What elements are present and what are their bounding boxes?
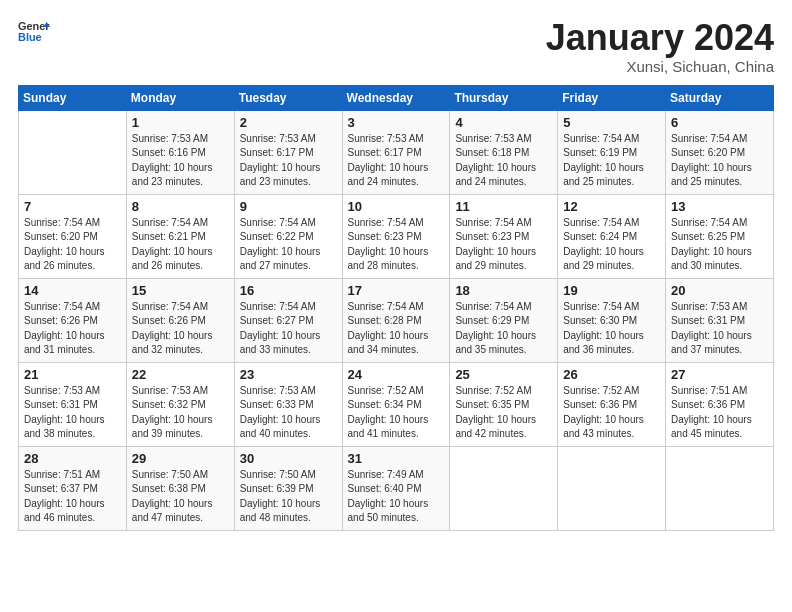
day-number: 5 xyxy=(563,115,660,130)
week-row-4: 21Sunrise: 7:53 AM Sunset: 6:31 PM Dayli… xyxy=(19,362,774,446)
calendar-page: General Blue January 2024 Xunsi, Sichuan… xyxy=(0,0,792,612)
col-tuesday: Tuesday xyxy=(234,85,342,110)
day-info: Sunrise: 7:52 AM Sunset: 6:35 PM Dayligh… xyxy=(455,384,552,442)
day-info: Sunrise: 7:53 AM Sunset: 6:31 PM Dayligh… xyxy=(24,384,121,442)
day-info: Sunrise: 7:53 AM Sunset: 6:33 PM Dayligh… xyxy=(240,384,337,442)
day-number: 9 xyxy=(240,199,337,214)
cell-w5-d2: 30Sunrise: 7:50 AM Sunset: 6:39 PM Dayli… xyxy=(234,446,342,530)
day-info: Sunrise: 7:53 AM Sunset: 6:16 PM Dayligh… xyxy=(132,132,229,190)
day-number: 13 xyxy=(671,199,768,214)
day-number: 4 xyxy=(455,115,552,130)
cell-w3-d5: 19Sunrise: 7:54 AM Sunset: 6:30 PM Dayli… xyxy=(558,278,666,362)
cell-w2-d1: 8Sunrise: 7:54 AM Sunset: 6:21 PM Daylig… xyxy=(126,194,234,278)
day-info: Sunrise: 7:50 AM Sunset: 6:39 PM Dayligh… xyxy=(240,468,337,526)
day-info: Sunrise: 7:53 AM Sunset: 6:17 PM Dayligh… xyxy=(348,132,445,190)
day-number: 10 xyxy=(348,199,445,214)
cell-w3-d1: 15Sunrise: 7:54 AM Sunset: 6:26 PM Dayli… xyxy=(126,278,234,362)
day-info: Sunrise: 7:54 AM Sunset: 6:26 PM Dayligh… xyxy=(24,300,121,358)
title-block: January 2024 Xunsi, Sichuan, China xyxy=(546,18,774,75)
cell-w3-d6: 20Sunrise: 7:53 AM Sunset: 6:31 PM Dayli… xyxy=(666,278,774,362)
day-number: 28 xyxy=(24,451,121,466)
day-number: 7 xyxy=(24,199,121,214)
logo-icon: General Blue xyxy=(18,18,50,46)
day-info: Sunrise: 7:51 AM Sunset: 6:37 PM Dayligh… xyxy=(24,468,121,526)
day-number: 21 xyxy=(24,367,121,382)
cell-w4-d1: 22Sunrise: 7:53 AM Sunset: 6:32 PM Dayli… xyxy=(126,362,234,446)
svg-text:Blue: Blue xyxy=(18,31,42,43)
day-info: Sunrise: 7:52 AM Sunset: 6:34 PM Dayligh… xyxy=(348,384,445,442)
cell-w5-d5 xyxy=(558,446,666,530)
day-info: Sunrise: 7:54 AM Sunset: 6:28 PM Dayligh… xyxy=(348,300,445,358)
day-number: 16 xyxy=(240,283,337,298)
day-number: 14 xyxy=(24,283,121,298)
col-monday: Monday xyxy=(126,85,234,110)
day-info: Sunrise: 7:53 AM Sunset: 6:18 PM Dayligh… xyxy=(455,132,552,190)
cell-w4-d6: 27Sunrise: 7:51 AM Sunset: 6:36 PM Dayli… xyxy=(666,362,774,446)
cell-w1-d4: 4Sunrise: 7:53 AM Sunset: 6:18 PM Daylig… xyxy=(450,110,558,194)
day-info: Sunrise: 7:54 AM Sunset: 6:27 PM Dayligh… xyxy=(240,300,337,358)
cell-w5-d6 xyxy=(666,446,774,530)
day-info: Sunrise: 7:54 AM Sunset: 6:22 PM Dayligh… xyxy=(240,216,337,274)
day-info: Sunrise: 7:53 AM Sunset: 6:17 PM Dayligh… xyxy=(240,132,337,190)
day-info: Sunrise: 7:54 AM Sunset: 6:26 PM Dayligh… xyxy=(132,300,229,358)
day-number: 23 xyxy=(240,367,337,382)
day-info: Sunrise: 7:54 AM Sunset: 6:23 PM Dayligh… xyxy=(455,216,552,274)
col-thursday: Thursday xyxy=(450,85,558,110)
cell-w5-d4 xyxy=(450,446,558,530)
location-subtitle: Xunsi, Sichuan, China xyxy=(546,58,774,75)
day-number: 18 xyxy=(455,283,552,298)
cell-w4-d5: 26Sunrise: 7:52 AM Sunset: 6:36 PM Dayli… xyxy=(558,362,666,446)
day-info: Sunrise: 7:54 AM Sunset: 6:23 PM Dayligh… xyxy=(348,216,445,274)
day-info: Sunrise: 7:54 AM Sunset: 6:30 PM Dayligh… xyxy=(563,300,660,358)
header: General Blue January 2024 Xunsi, Sichuan… xyxy=(18,18,774,75)
day-info: Sunrise: 7:54 AM Sunset: 6:20 PM Dayligh… xyxy=(24,216,121,274)
week-row-1: 1Sunrise: 7:53 AM Sunset: 6:16 PM Daylig… xyxy=(19,110,774,194)
cell-w1-d2: 2Sunrise: 7:53 AM Sunset: 6:17 PM Daylig… xyxy=(234,110,342,194)
day-number: 12 xyxy=(563,199,660,214)
day-number: 22 xyxy=(132,367,229,382)
cell-w2-d4: 11Sunrise: 7:54 AM Sunset: 6:23 PM Dayli… xyxy=(450,194,558,278)
day-info: Sunrise: 7:53 AM Sunset: 6:31 PM Dayligh… xyxy=(671,300,768,358)
cell-w3-d0: 14Sunrise: 7:54 AM Sunset: 6:26 PM Dayli… xyxy=(19,278,127,362)
day-number: 1 xyxy=(132,115,229,130)
day-info: Sunrise: 7:54 AM Sunset: 6:29 PM Dayligh… xyxy=(455,300,552,358)
cell-w4-d4: 25Sunrise: 7:52 AM Sunset: 6:35 PM Dayli… xyxy=(450,362,558,446)
day-number: 20 xyxy=(671,283,768,298)
day-number: 2 xyxy=(240,115,337,130)
day-number: 17 xyxy=(348,283,445,298)
cell-w1-d1: 1Sunrise: 7:53 AM Sunset: 6:16 PM Daylig… xyxy=(126,110,234,194)
col-wednesday: Wednesday xyxy=(342,85,450,110)
cell-w1-d0 xyxy=(19,110,127,194)
cell-w5-d1: 29Sunrise: 7:50 AM Sunset: 6:38 PM Dayli… xyxy=(126,446,234,530)
cell-w2-d6: 13Sunrise: 7:54 AM Sunset: 6:25 PM Dayli… xyxy=(666,194,774,278)
day-info: Sunrise: 7:54 AM Sunset: 6:25 PM Dayligh… xyxy=(671,216,768,274)
cell-w3-d2: 16Sunrise: 7:54 AM Sunset: 6:27 PM Dayli… xyxy=(234,278,342,362)
cell-w4-d2: 23Sunrise: 7:53 AM Sunset: 6:33 PM Dayli… xyxy=(234,362,342,446)
day-info: Sunrise: 7:52 AM Sunset: 6:36 PM Dayligh… xyxy=(563,384,660,442)
cell-w2-d0: 7Sunrise: 7:54 AM Sunset: 6:20 PM Daylig… xyxy=(19,194,127,278)
day-number: 26 xyxy=(563,367,660,382)
day-info: Sunrise: 7:53 AM Sunset: 6:32 PM Dayligh… xyxy=(132,384,229,442)
day-number: 30 xyxy=(240,451,337,466)
day-number: 27 xyxy=(671,367,768,382)
cell-w1-d6: 6Sunrise: 7:54 AM Sunset: 6:20 PM Daylig… xyxy=(666,110,774,194)
cell-w2-d3: 10Sunrise: 7:54 AM Sunset: 6:23 PM Dayli… xyxy=(342,194,450,278)
day-info: Sunrise: 7:54 AM Sunset: 6:19 PM Dayligh… xyxy=(563,132,660,190)
day-info: Sunrise: 7:49 AM Sunset: 6:40 PM Dayligh… xyxy=(348,468,445,526)
logo: General Blue xyxy=(18,18,50,46)
col-saturday: Saturday xyxy=(666,85,774,110)
day-number: 11 xyxy=(455,199,552,214)
week-row-2: 7Sunrise: 7:54 AM Sunset: 6:20 PM Daylig… xyxy=(19,194,774,278)
col-sunday: Sunday xyxy=(19,85,127,110)
cell-w5-d3: 31Sunrise: 7:49 AM Sunset: 6:40 PM Dayli… xyxy=(342,446,450,530)
cell-w1-d5: 5Sunrise: 7:54 AM Sunset: 6:19 PM Daylig… xyxy=(558,110,666,194)
day-number: 29 xyxy=(132,451,229,466)
cell-w1-d3: 3Sunrise: 7:53 AM Sunset: 6:17 PM Daylig… xyxy=(342,110,450,194)
day-number: 15 xyxy=(132,283,229,298)
day-number: 31 xyxy=(348,451,445,466)
day-number: 3 xyxy=(348,115,445,130)
cell-w3-d3: 17Sunrise: 7:54 AM Sunset: 6:28 PM Dayli… xyxy=(342,278,450,362)
day-info: Sunrise: 7:51 AM Sunset: 6:36 PM Dayligh… xyxy=(671,384,768,442)
day-info: Sunrise: 7:54 AM Sunset: 6:20 PM Dayligh… xyxy=(671,132,768,190)
day-info: Sunrise: 7:54 AM Sunset: 6:24 PM Dayligh… xyxy=(563,216,660,274)
